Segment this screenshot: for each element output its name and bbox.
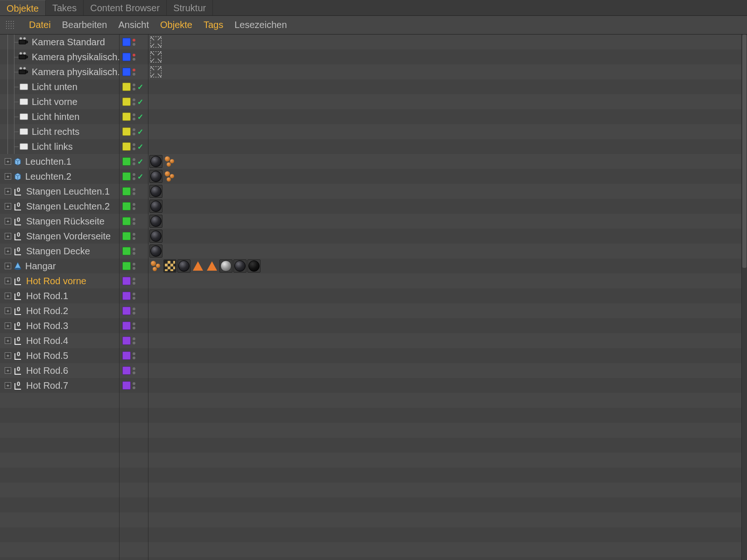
expand-toggle[interactable]: + bbox=[5, 293, 11, 299]
layer-color-chip[interactable] bbox=[122, 336, 131, 345]
object-label[interactable]: Stangen Leuchten.1 bbox=[26, 186, 110, 197]
menu-ansicht[interactable]: Ansicht bbox=[118, 20, 149, 30]
visibility-dots[interactable] bbox=[133, 278, 135, 285]
object-row[interactable]: +0Hot Rod.6 bbox=[0, 363, 747, 378]
material-tag-icon[interactable] bbox=[233, 259, 247, 273]
expand-toggle[interactable]: + bbox=[5, 218, 11, 224]
material-tag-icon[interactable] bbox=[149, 230, 162, 243]
object-label[interactable]: Stangen Rückseite bbox=[26, 216, 105, 227]
tab-takes[interactable]: Takes bbox=[46, 0, 84, 15]
visibility-dots[interactable] bbox=[133, 54, 135, 61]
object-row[interactable]: +Leuchten.1✓ bbox=[0, 154, 747, 169]
visibility-dots[interactable] bbox=[133, 143, 135, 150]
menu-bearbeiten[interactable]: Bearbeiten bbox=[62, 20, 107, 30]
object-row[interactable]: +0Hot Rod vorne bbox=[0, 273, 747, 288]
object-label[interactable]: Licht unten bbox=[32, 82, 78, 92]
object-row[interactable]: Kamera physikalisch.1 bbox=[0, 49, 747, 64]
tab-content-browser[interactable]: Content Browser bbox=[84, 0, 167, 15]
layer-color-chip[interactable] bbox=[122, 83, 131, 91]
object-label[interactable]: Kamera physikalisch.2 bbox=[32, 67, 119, 77]
object-row[interactable]: +0Hot Rod.7 bbox=[0, 378, 747, 393]
material-tag-icon[interactable] bbox=[149, 215, 162, 228]
visibility-dots[interactable] bbox=[133, 203, 135, 210]
expand-toggle[interactable]: + bbox=[5, 352, 11, 359]
visibility-dots[interactable] bbox=[133, 158, 135, 165]
object-list[interactable]: Kamera StandardKamera physikalisch.1Kame… bbox=[0, 35, 747, 560]
object-row[interactable]: Licht vorne✓ bbox=[0, 94, 747, 109]
render-check-icon[interactable]: ✓ bbox=[137, 157, 143, 166]
material-tag-icon[interactable] bbox=[149, 200, 162, 213]
layer-color-chip[interactable] bbox=[122, 292, 131, 300]
visibility-dots[interactable] bbox=[133, 263, 135, 270]
visibility-dots[interactable] bbox=[133, 248, 135, 255]
object-label[interactable]: Hot Rod.7 bbox=[26, 380, 68, 391]
layer-color-chip[interactable] bbox=[122, 172, 131, 181]
visibility-dots[interactable] bbox=[133, 69, 135, 76]
object-row[interactable]: +0Hot Rod.5 bbox=[0, 348, 747, 363]
object-label[interactable]: Hot Rod.4 bbox=[26, 336, 68, 346]
expand-toggle[interactable]: + bbox=[5, 278, 11, 284]
material-tag-icon[interactable] bbox=[149, 155, 162, 168]
object-label[interactable]: Hot Rod.6 bbox=[26, 365, 68, 376]
object-row[interactable]: +0Stangen Rückseite bbox=[0, 214, 747, 229]
material-tag-icon[interactable] bbox=[149, 185, 162, 198]
visibility-dots[interactable] bbox=[133, 352, 135, 359]
tab-struktur[interactable]: Struktur bbox=[167, 0, 213, 15]
render-check-icon[interactable]: ✓ bbox=[137, 83, 143, 91]
object-row[interactable]: +0Hot Rod.3 bbox=[0, 318, 747, 333]
visibility-dots[interactable] bbox=[133, 308, 135, 315]
visibility-dots[interactable] bbox=[133, 218, 135, 225]
object-label[interactable]: Hot Rod.5 bbox=[26, 350, 68, 361]
object-row[interactable]: +0Hot Rod.1 bbox=[0, 288, 747, 303]
object-row[interactable]: +0Stangen Leuchten.1 bbox=[0, 184, 747, 199]
layer-color-chip[interactable] bbox=[122, 127, 131, 136]
visibility-dots[interactable] bbox=[133, 337, 135, 344]
material-tag-icon[interactable] bbox=[149, 245, 162, 258]
object-label[interactable]: Licht vorne bbox=[32, 97, 78, 107]
layer-color-chip[interactable] bbox=[122, 38, 131, 46]
object-label[interactable]: Stangen Leuchten.2 bbox=[26, 201, 110, 212]
expand-toggle[interactable]: + bbox=[5, 263, 11, 269]
expand-toggle[interactable]: + bbox=[5, 203, 11, 210]
layer-color-chip[interactable] bbox=[122, 307, 131, 315]
expand-toggle[interactable]: + bbox=[5, 188, 11, 195]
tab-objekte[interactable]: Objekte bbox=[0, 0, 46, 15]
layer-color-chip[interactable] bbox=[122, 142, 131, 151]
expand-toggle[interactable]: + bbox=[5, 367, 11, 374]
object-row[interactable]: +0Hot Rod.2 bbox=[0, 303, 747, 318]
object-row[interactable]: Licht unten✓ bbox=[0, 79, 747, 94]
object-label[interactable]: Hot Rod.3 bbox=[26, 321, 68, 331]
layer-color-chip[interactable] bbox=[122, 217, 131, 225]
visibility-dots[interactable] bbox=[133, 173, 135, 180]
object-label[interactable]: Kamera physikalisch.1 bbox=[32, 52, 119, 63]
menu-datei[interactable]: Datei bbox=[29, 20, 51, 30]
layer-color-chip[interactable] bbox=[122, 202, 131, 210]
expand-toggle[interactable]: + bbox=[5, 308, 11, 314]
expand-toggle[interactable]: + bbox=[5, 158, 11, 165]
expand-toggle[interactable]: + bbox=[5, 233, 11, 239]
object-row[interactable]: +0Stangen Vorderseite bbox=[0, 229, 747, 244]
object-row[interactable]: Licht rechts✓ bbox=[0, 124, 747, 139]
phong-tag-icon[interactable] bbox=[191, 259, 204, 273]
object-label[interactable]: Licht links bbox=[32, 141, 73, 152]
layer-color-chip[interactable] bbox=[122, 187, 131, 196]
object-row[interactable]: Licht links✓ bbox=[0, 139, 747, 154]
layer-color-chip[interactable] bbox=[122, 322, 131, 330]
visibility-dots[interactable] bbox=[133, 322, 135, 329]
material-tag-icon[interactable] bbox=[247, 259, 261, 273]
object-label[interactable]: Licht rechts bbox=[32, 126, 79, 137]
render-check-icon[interactable]: ✓ bbox=[137, 127, 143, 136]
layer-color-chip[interactable] bbox=[122, 381, 131, 390]
layer-color-chip[interactable] bbox=[122, 112, 131, 121]
visibility-dots[interactable] bbox=[133, 382, 135, 389]
phong-tag-icon[interactable] bbox=[205, 259, 218, 273]
layer-color-chip[interactable] bbox=[122, 351, 131, 360]
visibility-dots[interactable] bbox=[133, 293, 135, 300]
material-tag-icon[interactable] bbox=[149, 170, 162, 183]
menu-objekte[interactable]: Objekte bbox=[160, 20, 192, 30]
visibility-dots[interactable] bbox=[133, 188, 135, 195]
visibility-dots[interactable] bbox=[133, 98, 135, 105]
compositing-tag-icon[interactable] bbox=[149, 35, 162, 49]
object-row[interactable]: +Hangar bbox=[0, 259, 747, 273]
layout-grid-icon[interactable] bbox=[5, 20, 16, 31]
